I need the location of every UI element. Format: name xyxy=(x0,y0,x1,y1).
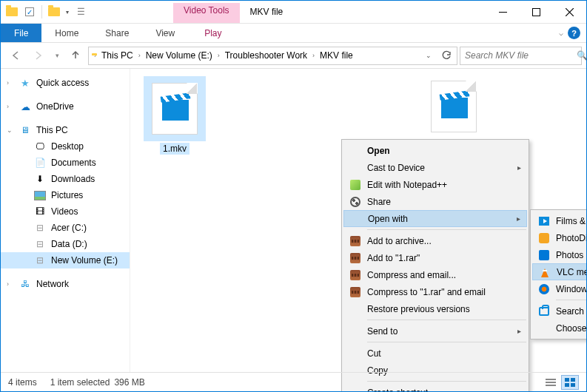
ctx-npp[interactable]: Edit with Notepad++ xyxy=(343,176,527,193)
refresh-button[interactable] xyxy=(437,50,455,61)
ctx-addrar[interactable]: Add to "1.rar" xyxy=(343,249,527,266)
maximize-button[interactable] xyxy=(520,1,553,23)
file-tile[interactable] xyxy=(423,74,485,141)
title-bar: ✓ ▾ ☰ Video Tools MKV file xyxy=(1,1,586,24)
play-tab[interactable]: Play xyxy=(188,24,238,42)
nav-quick-access[interactable]: ›★Quick access xyxy=(1,75,130,91)
nav-newvol-label: New Volume (E:) xyxy=(51,255,118,266)
nav-network[interactable]: ›🖧Network xyxy=(1,276,130,292)
ctx-restore[interactable]: Restore previous versions xyxy=(343,300,527,317)
pin-icon[interactable]: ☰ xyxy=(73,4,89,20)
address-row: ▾ › This PC › New Volume (E:) › Troubles… xyxy=(1,43,586,69)
svg-rect-1 xyxy=(533,8,540,16)
nav-videos[interactable]: 🎞Videos xyxy=(1,203,130,220)
nav-onedrive[interactable]: ›☁OneDrive xyxy=(1,98,130,115)
recent-locations-dropdown[interactable]: ▾ xyxy=(51,46,63,65)
breadcrumb-thispc[interactable]: This PC xyxy=(97,50,138,61)
minimize-button[interactable] xyxy=(486,1,520,23)
nav-data-drive[interactable]: ⊟Data (D:) xyxy=(1,236,130,252)
view-tab[interactable]: View xyxy=(142,24,188,42)
search-input[interactable] xyxy=(465,50,577,61)
home-tab[interactable]: Home xyxy=(41,24,92,42)
help-icon[interactable]: ? xyxy=(568,27,580,39)
openwith-store[interactable]: Search the Store xyxy=(532,303,587,320)
status-item-count: 4 items xyxy=(8,377,37,388)
context-menu: Open Cast to Device▸ Edit with Notepad++… xyxy=(341,139,529,392)
address-bar[interactable]: › This PC › New Volume (E:) › Troublesho… xyxy=(88,47,457,65)
details-view-button[interactable] xyxy=(542,375,560,390)
close-button[interactable] xyxy=(553,1,586,23)
window-title: MKV file xyxy=(240,7,294,17)
main-area: ›★Quick access ›☁OneDrive ⌄🖥This PC 🖵Des… xyxy=(1,69,586,372)
svg-rect-0 xyxy=(499,12,507,13)
search-icon[interactable]: 🔍 xyxy=(577,50,587,61)
file-tile-1mkv[interactable]: 1.mkv xyxy=(144,76,206,155)
breadcrumb-newvol[interactable]: New Volume (E:) xyxy=(141,50,217,61)
vlc-icon xyxy=(538,266,551,279)
openwith-submenu: Films & TV PhotoDirector for acer Photos… xyxy=(530,209,587,339)
file-tab[interactable]: File xyxy=(1,24,41,42)
menu-separator xyxy=(367,342,526,342)
ctx-compemail[interactable]: Compress and email... xyxy=(343,266,527,283)
openwith-photos[interactable]: Photos xyxy=(532,246,587,263)
mkv-file-icon xyxy=(152,83,198,135)
icons-view-button[interactable] xyxy=(561,375,579,390)
ctx-addarchive[interactable]: Add to archive... xyxy=(343,232,527,249)
nav-acer-drive[interactable]: ⊟Acer (C:) xyxy=(1,220,130,236)
ctx-open[interactable]: Open xyxy=(343,142,527,159)
openwith-films[interactable]: Films & TV xyxy=(532,212,587,229)
ctx-compraremail[interactable]: Compress to "1.rar" and email xyxy=(343,283,527,300)
ctx-openwith[interactable]: Open with▸ xyxy=(343,210,527,227)
drive-icon: ⊟ xyxy=(33,222,47,234)
notepadpp-icon xyxy=(349,178,362,192)
search-box[interactable]: 🔍 xyxy=(460,47,582,65)
qat-dropdown-icon[interactable]: ▾ xyxy=(64,9,71,16)
nav-documents[interactable]: 📄Documents xyxy=(1,155,130,171)
ribbon-expand-icon[interactable]: ⌵ xyxy=(559,29,563,37)
ctx-sendto[interactable]: Send to▸ xyxy=(343,322,527,339)
openwith-vlc[interactable]: VLC media player xyxy=(532,263,587,280)
nav-newvol-drive[interactable]: ⊟New Volume (E:) xyxy=(1,252,130,268)
menu-separator xyxy=(367,320,526,320)
chevron-right-icon: ▸ xyxy=(517,163,521,172)
qat-new-folder-icon[interactable] xyxy=(46,4,62,20)
nav-desktop[interactable]: 🖵Desktop xyxy=(1,138,130,155)
openwith-choose[interactable]: Choose another app xyxy=(532,320,587,337)
openwith-wmp[interactable]: Windows Media Player xyxy=(532,280,587,297)
winrar-icon xyxy=(349,285,362,299)
svg-rect-8 xyxy=(571,383,575,387)
share-icon xyxy=(349,195,362,209)
documents-icon: 📄 xyxy=(33,157,47,169)
up-button[interactable] xyxy=(65,46,86,65)
back-button[interactable] xyxy=(5,46,26,65)
ctx-cast[interactable]: Cast to Device▸ xyxy=(343,159,527,176)
svg-rect-3 xyxy=(546,382,556,383)
ctx-share[interactable]: Share xyxy=(343,193,527,210)
navigation-pane: ›★Quick access ›☁OneDrive ⌄🖥This PC 🖵Des… xyxy=(1,69,130,372)
breadcrumb-troubleshooter[interactable]: Troubleshooter Work xyxy=(221,50,312,61)
chevron-right-icon: ▸ xyxy=(517,327,521,335)
mkv-file-icon xyxy=(431,81,477,132)
forward-button[interactable] xyxy=(28,46,49,65)
nav-thispc[interactable]: ⌄🖥This PC xyxy=(1,122,130,138)
nav-documents-label: Documents xyxy=(51,158,96,168)
quick-access-toolbar: ✓ ▾ ☰ xyxy=(1,4,92,20)
qat-properties-icon[interactable]: ✓ xyxy=(21,4,38,20)
network-icon: 🖧 xyxy=(19,278,32,290)
nav-videos-label: Videos xyxy=(51,206,78,217)
address-dropdown-icon[interactable]: ⌄ xyxy=(420,50,437,61)
content-pane[interactable]: 1.mkv Open Cast to Device▸ Edit with Not… xyxy=(130,69,586,372)
wmp-icon xyxy=(537,283,551,296)
star-icon: ★ xyxy=(19,77,32,89)
pictures-icon xyxy=(33,189,47,201)
openwith-photodirector[interactable]: PhotoDirector for acer xyxy=(532,229,587,246)
share-tab[interactable]: Share xyxy=(92,24,142,42)
store-icon xyxy=(537,305,551,318)
breadcrumb-mkvfile[interactable]: MKV file xyxy=(315,50,358,61)
nav-downloads[interactable]: ⬇Downloads xyxy=(1,171,130,187)
ctx-cut[interactable]: Cut xyxy=(343,345,527,362)
svg-rect-7 xyxy=(565,383,569,387)
winrar-icon xyxy=(349,251,362,265)
chevron-right-icon: ▸ xyxy=(517,214,520,223)
nav-pictures[interactable]: Pictures xyxy=(1,187,130,203)
